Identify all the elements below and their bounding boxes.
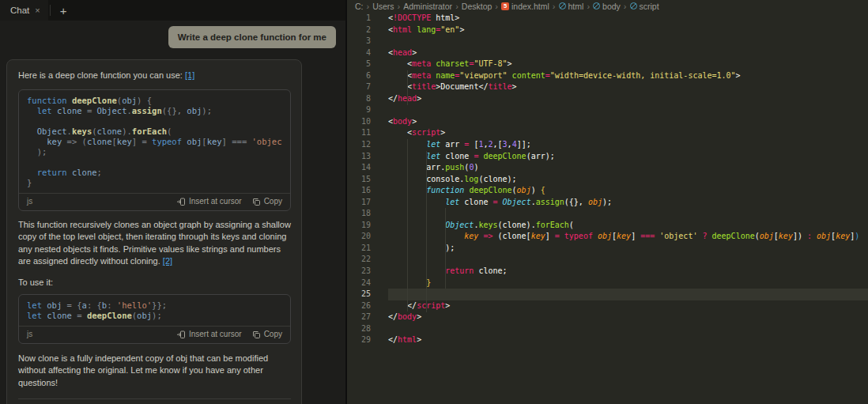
tab-separator bbox=[50, 5, 51, 16]
code-line-text: <html lang="en"> bbox=[388, 25, 868, 36]
insert-at-cursor-button[interactable]: Insert at cursor bbox=[176, 196, 242, 207]
breadcrumb-item-c[interactable]: C: bbox=[355, 2, 364, 11]
code-line[interactable]: 1<!DOCTYPE html> bbox=[347, 13, 868, 25]
assistant-response-card: Here is a deep clone function you can us… bbox=[6, 59, 302, 404]
code-line[interactable]: 27</body> bbox=[347, 311, 868, 323]
code-line-text bbox=[388, 104, 868, 116]
code-line[interactable]: 21 ); bbox=[347, 243, 868, 255]
code-line[interactable]: 7 <title>Document</title> bbox=[347, 81, 868, 93]
breadcrumb-label: html bbox=[568, 2, 584, 11]
breadcrumb-item-html[interactable]: html bbox=[559, 2, 584, 11]
insert-at-cursor-label: Insert at cursor bbox=[189, 329, 242, 340]
code-line-text: key => (clone[key] = typeof obj[key] ===… bbox=[388, 231, 868, 243]
code-line-text: ); bbox=[388, 243, 868, 255]
code-line[interactable]: 15 console.log(clone); bbox=[347, 174, 868, 186]
code-line[interactable]: 19 Object.keys(clone).forEach( bbox=[347, 220, 868, 232]
line-number: 22 bbox=[347, 254, 371, 266]
copy-button[interactable]: Copy bbox=[251, 196, 282, 207]
line-number: 17 bbox=[347, 197, 371, 209]
line-number: 18 bbox=[347, 208, 371, 220]
breadcrumb-item-desktop[interactable]: Desktop bbox=[462, 2, 492, 11]
code-line-text: <title>Document</title> bbox=[388, 81, 868, 93]
explanation-text: This function recursively clones an obje… bbox=[18, 220, 291, 266]
code-line-text bbox=[27, 157, 282, 168]
line-number: 25 bbox=[347, 289, 371, 300]
code-line-text: let obj = {a: {b: 'hello'}}; bbox=[27, 300, 282, 311]
code-block-footer: js Insert at cursor Copy bbox=[19, 193, 290, 210]
breadcrumb-separator: › bbox=[455, 2, 459, 11]
code-actions: Insert at cursor Copy bbox=[176, 329, 282, 340]
code-line[interactable]: 13 let clone = deepClone(arr); bbox=[347, 151, 868, 163]
code-line[interactable]: 11 <script> bbox=[347, 127, 868, 139]
code-line-text bbox=[388, 208, 868, 220]
code-block-2-content: let obj = {a: {b: 'hello'}};let clone = … bbox=[19, 295, 290, 326]
code-line-text: function deepClone(obj) { bbox=[27, 96, 282, 106]
line-number: 3 bbox=[347, 36, 371, 47]
code-line[interactable]: 14 arr.push(0) bbox=[347, 162, 868, 174]
code-line[interactable]: 18 bbox=[347, 208, 868, 220]
code-line-text bbox=[27, 116, 282, 126]
code-line-text: </script> bbox=[388, 300, 868, 312]
code-line[interactable]: 8</head> bbox=[347, 93, 868, 105]
close-icon[interactable]: × bbox=[35, 6, 40, 15]
line-number: 29 bbox=[347, 334, 371, 346]
code-line-text: let clone = Object.assign({}, obj); bbox=[388, 197, 868, 209]
insert-at-cursor-label: Insert at cursor bbox=[189, 196, 242, 207]
code-line-text: function deepClone(obj) { bbox=[388, 185, 868, 197]
code-block-1-content: function deepClone(obj) { let clone = Ob… bbox=[19, 90, 290, 193]
code-line-text: </html> bbox=[388, 334, 868, 346]
code-line[interactable]: 23 return clone; bbox=[347, 266, 868, 278]
code-line[interactable]: 16 function deepClone(obj) { bbox=[347, 185, 868, 197]
user-message-bubble: Write a deep clone function for me bbox=[168, 26, 336, 48]
insert-at-cursor-button[interactable]: Insert at cursor bbox=[176, 329, 242, 340]
line-number: 15 bbox=[347, 174, 371, 186]
copy-button[interactable]: Copy bbox=[251, 329, 282, 340]
line-number: 14 bbox=[347, 162, 371, 174]
breadcrumb-label: Desktop bbox=[462, 2, 492, 11]
breadcrumb-item-administrator[interactable]: Administrator bbox=[403, 2, 452, 11]
code-line[interactable]: 5 <meta charset="UTF-8"> bbox=[347, 59, 868, 70]
sources-divider bbox=[18, 398, 291, 399]
code-line[interactable]: 3 bbox=[347, 36, 868, 47]
breadcrumb-item-body[interactable]: body bbox=[593, 2, 621, 11]
code-line[interactable]: 22 bbox=[347, 254, 868, 266]
code-line[interactable]: 12 let arr = [1,2,[3,4]]; bbox=[347, 139, 868, 151]
code-line-text: key => (clone[key] = typeof obj[key] ===… bbox=[27, 137, 282, 147]
breadcrumb: C:›Users›Administrator›Desktop›5index.ht… bbox=[347, 0, 868, 12]
breadcrumb-item-indexhtml[interactable]: 5index.html bbox=[501, 2, 549, 11]
code-line[interactable]: 24 } bbox=[347, 278, 868, 289]
code-line[interactable]: 29</html> bbox=[347, 334, 868, 346]
new-tab-button[interactable]: + bbox=[52, 4, 75, 17]
code-line[interactable]: 26 </script> bbox=[347, 300, 868, 312]
code-line[interactable]: 4<head> bbox=[347, 47, 868, 59]
code-line[interactable]: 9 bbox=[347, 104, 868, 116]
citation-link-2[interactable]: [2] bbox=[163, 256, 172, 266]
usage-label: To use it: bbox=[18, 277, 291, 289]
line-number: 27 bbox=[347, 311, 371, 323]
breadcrumb-item-users[interactable]: Users bbox=[372, 2, 394, 11]
code-line[interactable]: 10<body> bbox=[347, 116, 868, 128]
citation-link-1[interactable]: [1] bbox=[185, 70, 194, 80]
code-line-text: Object.keys(clone).forEach( bbox=[27, 126, 282, 137]
code-line[interactable]: 2<html lang="en"> bbox=[347, 25, 868, 36]
code-line[interactable]: 20 key => (clone[key] = typeof obj[key] … bbox=[347, 231, 868, 243]
code-line-text: return clone; bbox=[27, 168, 282, 178]
breadcrumb-item-script[interactable]: script bbox=[630, 2, 659, 11]
code-line-text: <head> bbox=[388, 47, 868, 59]
code-line[interactable]: 25 bbox=[347, 289, 868, 300]
breadcrumb-label: index.html bbox=[511, 2, 549, 11]
chat-tab-bar: Chat × + bbox=[0, 0, 345, 21]
breadcrumb-label: Users bbox=[372, 2, 394, 11]
code-line-text: let clone = deepClone(obj); bbox=[27, 311, 282, 321]
line-number: 5 bbox=[347, 59, 371, 70]
line-number: 1 bbox=[347, 13, 371, 25]
code-line-text: </body> bbox=[388, 311, 868, 323]
code-line[interactable]: 28 bbox=[347, 323, 868, 335]
code-line[interactable]: 17 let clone = Object.assign({}, obj); bbox=[347, 197, 868, 209]
code-line-text: <meta charset="UTF-8"> bbox=[388, 59, 868, 70]
copy-label: Copy bbox=[264, 329, 282, 340]
code-line[interactable]: 6 <meta name="viewport" content="width=d… bbox=[347, 70, 868, 82]
insert-at-cursor-icon bbox=[176, 197, 186, 206]
line-number: 2 bbox=[347, 25, 371, 36]
tab-chat[interactable]: Chat × bbox=[0, 0, 48, 21]
